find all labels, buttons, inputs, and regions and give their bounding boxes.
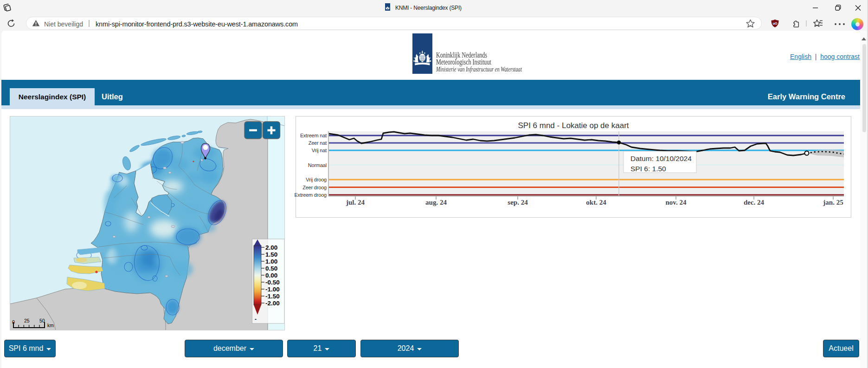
svg-text:Normaal: Normaal	[308, 162, 327, 168]
svg-text:jan. 25: jan. 25	[823, 199, 843, 206]
svg-text:Zeer nat: Zeer nat	[309, 140, 327, 146]
svg-text:jul. 24: jul. 24	[346, 199, 365, 206]
svg-text:1.00: 1.00	[265, 258, 277, 265]
svg-text:Extreem droog: Extreem droog	[294, 192, 327, 198]
svg-text:uO: uO	[773, 22, 778, 25]
svg-text:1.50: 1.50	[265, 251, 277, 258]
svg-text:km: km	[47, 323, 54, 328]
svg-text:-1.00: -1.00	[265, 286, 280, 293]
svg-text:-: -	[255, 316, 257, 323]
svg-text:-2.00: -2.00	[265, 300, 280, 307]
svg-text:Datum: 10/10/2024: Datum: 10/10/2024	[630, 155, 692, 162]
svg-text:Zeer droog: Zeer droog	[302, 185, 327, 190]
svg-text:aug. 24: aug. 24	[425, 199, 447, 206]
svg-text:SPI 6: 1.50: SPI 6: 1.50	[630, 165, 666, 173]
svg-text:25: 25	[24, 318, 30, 323]
svg-text:Vrij nat: Vrij nat	[312, 148, 327, 153]
svg-text:-1.50: -1.50	[265, 293, 280, 300]
svg-text:sep. 24: sep. 24	[508, 199, 528, 206]
svg-text:Extreem nat: Extreem nat	[300, 133, 327, 138]
svg-text:Vrij droog: Vrij droog	[306, 177, 327, 182]
svg-text:nov. 24: nov. 24	[665, 199, 687, 206]
svg-text:dec. 24: dec. 24	[744, 199, 765, 206]
svg-text:0.50: 0.50	[265, 265, 277, 272]
svg-text:-0.50: -0.50	[265, 279, 280, 286]
svg-text:okt. 24: okt. 24	[586, 199, 606, 206]
svg-text:SPI 6 mnd - Lokatie op de kaar: SPI 6 mnd - Lokatie op de kaart	[518, 121, 629, 130]
svg-text:2.00: 2.00	[265, 244, 277, 251]
svg-text:0.00: 0.00	[265, 272, 277, 279]
